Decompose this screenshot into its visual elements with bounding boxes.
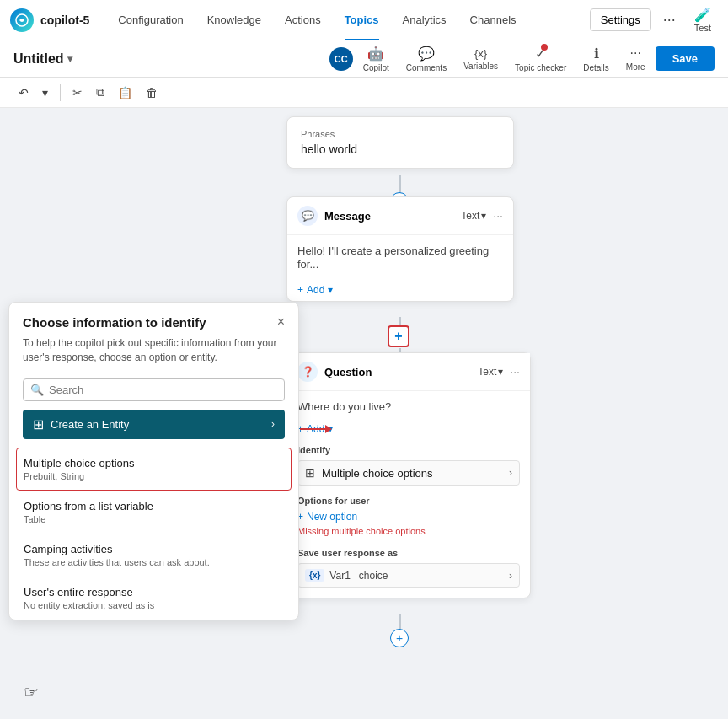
nav-actions[interactable]: Actions [273,0,333,40]
search-icon: 🔍 [30,384,44,396]
nav-knowledge[interactable]: Knowledge [195,0,273,40]
q-type-chevron-icon: ▾ [498,366,503,378]
create-entity-button[interactable]: ⊞ Create an Entity › [23,410,285,439]
arrow-head-icon [325,425,332,433]
message-card-header: 💬 Message Text ▾ ··· [287,197,513,235]
arrow-indicator [300,425,332,433]
new-option-button[interactable]: + New option [297,511,520,523]
edit-toolbar: ↶ ▾ ✂ ⧉ 📋 🗑 [0,78,728,108]
question-title: Question [324,366,471,378]
settings-button[interactable]: Settings [590,8,651,31]
identify-chevron-icon: › [509,467,512,479]
top-nav: copilot-5 Configuration Knowledge Action… [0,0,728,40]
item-title-entire-response: User's entire response [24,586,284,598]
message-body: Hello! I'll create a personalized greeti… [287,235,513,279]
message-card: 💬 Message Text ▾ ··· Hello! I'll create … [286,196,514,302]
variables-action[interactable]: {x} Variables [457,44,505,74]
message-add[interactable]: + Add ▾ [287,279,513,301]
list-item-entire-response[interactable]: User's entire response No entity extract… [9,577,298,620]
copy-button[interactable]: ⧉ [91,82,110,103]
delete-button[interactable]: 🗑 [141,83,163,103]
phrases-value: hello world [301,142,500,156]
add-button-bottom[interactable]: + [390,629,409,647]
message-icon: 💬 [297,206,318,226]
save-response-section: Save user response as {x} Var1 choice › [287,543,530,598]
comments-action[interactable]: 💬 Comments [399,42,453,76]
save-response-row[interactable]: {x} Var1 choice › [297,563,520,588]
sub-toolbar: Untitled ▾ CC 🤖 Copilot 💬 Comments {x} V… [0,40,728,78]
nav-right: Settings ··· 🧪 Test [590,3,718,36]
item-sub-multiple-choice: Prebuilt, String [24,471,284,481]
var-badge: {x} [305,569,324,582]
add-node-bottom[interactable]: + [390,629,409,647]
topic-checker-icon: ✓ [535,46,546,62]
question-text[interactable]: Where do you live? [297,400,391,413]
question-card: ❓ Question Text ▾ ··· Where do you live?… [286,352,531,598]
app-logo [10,8,34,32]
arrow-line [300,428,325,430]
search-input[interactable] [49,384,277,396]
message-title: Message [324,210,454,223]
variables-icon: {x} [474,47,487,60]
panel-title: Choose information to identify [23,315,206,330]
test-button[interactable]: 🧪 Test [688,3,718,36]
more-dots-icon[interactable]: ··· [658,8,681,32]
comments-icon: 💬 [418,46,435,62]
add-chevron-icon: ▾ [328,284,333,296]
item-sub-camping: These are activities that users can ask … [24,557,284,567]
redo-dropdown-button[interactable]: ▾ [37,83,53,103]
add-node-red[interactable]: + [388,325,410,347]
add-button-red[interactable]: + [388,325,410,347]
details-icon: ℹ [594,46,599,62]
question-card-header: ❓ Question Text ▾ ··· [287,353,530,391]
question-icon: ❓ [297,362,318,382]
list-item-camping[interactable]: Camping activities These are activities … [9,534,298,577]
topic-checker-action[interactable]: ✓ Topic checker [508,42,573,76]
phrases-label: Phrases [301,129,500,139]
more-action[interactable]: ··· More [619,42,652,75]
nav-configuration[interactable]: Configuration [106,0,195,40]
save-response-label: Save user response as [297,548,520,558]
title-chevron-icon[interactable]: ▾ [67,53,72,65]
more-icon: ··· [630,46,641,61]
item-title-options-list: Options from a list variable [24,500,284,512]
panel-search-box[interactable]: 🔍 [23,378,285,401]
item-title-camping: Camping activities [24,543,284,555]
panel-close-button[interactable]: × [277,314,285,330]
var-row-chevron-icon: › [509,570,512,582]
topic-checker-badge [541,44,548,51]
nav-links: Configuration Knowledge Actions Topics A… [106,0,586,40]
details-action[interactable]: ℹ Details [576,42,616,76]
topic-title: Untitled ▾ [13,51,323,67]
test-icon: 🧪 [694,7,711,23]
undo-button[interactable]: ↶ [13,83,34,103]
canvas: Phrases hello world + 💬 Message Text ▾ ·… [0,108,728,719]
identify-icon: ⊞ [305,466,315,480]
create-entity-icon: ⊞ [33,416,44,432]
var-name: Var1 choice [329,570,504,582]
question-more-icon[interactable]: ··· [510,365,520,378]
message-type[interactable]: Text ▾ [461,210,486,222]
create-entity-chevron-icon: › [271,418,275,430]
phrases-card: Phrases hello world [286,116,514,169]
paste-button[interactable]: 📋 [113,83,137,103]
toolbar-separator [60,84,61,101]
cut-button[interactable]: ✂ [67,83,88,103]
user-avatar: CC [329,47,353,71]
list-item-options-list[interactable]: Options from a list variable Table [9,491,298,534]
message-text[interactable]: Hello! I'll create a personalized greeti… [297,244,489,271]
nav-analytics[interactable]: Analytics [391,0,458,40]
identify-row[interactable]: ⊞ Multiple choice options › [297,460,520,486]
question-body: Where do you live? [287,391,530,418]
save-button[interactable]: Save [656,46,715,71]
nav-channels[interactable]: Channels [458,0,528,40]
connector-line-1 [399,175,401,194]
message-more-icon[interactable]: ··· [493,209,503,223]
copilot-action[interactable]: 🤖 Copilot [356,42,396,76]
options-label: Options for user [297,496,520,506]
question-type[interactable]: Text ▾ [478,366,503,378]
list-item-multiple-choice[interactable]: Multiple choice options Prebuilt, String [16,448,292,491]
app-name: copilot-5 [40,13,89,27]
identify-section: Identify ⊞ Multiple choice options › [287,440,530,492]
nav-topics[interactable]: Topics [333,0,391,40]
